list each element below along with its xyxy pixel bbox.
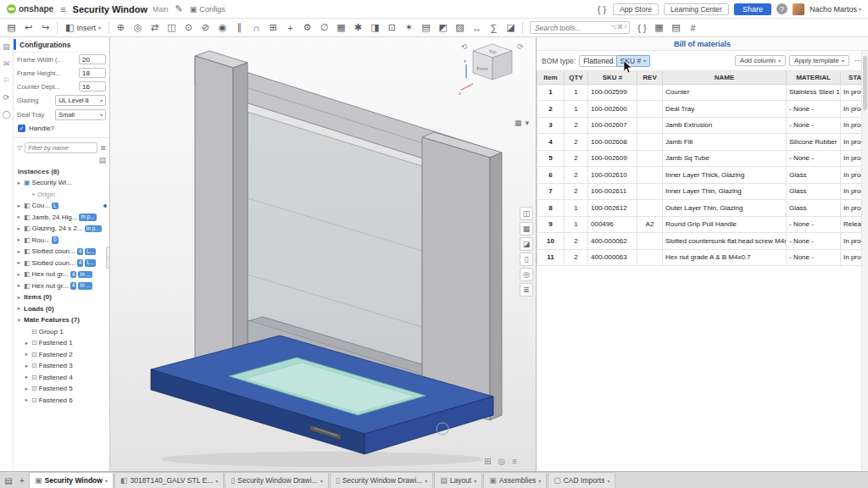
bom-row[interactable]: 52100-002609Jamb Sq Tube- None -In progr… — [537, 150, 868, 167]
learning-center-button[interactable]: Learning Center — [664, 3, 729, 15]
app-grid-icon[interactable]: ▦ — [651, 20, 667, 36]
filter-input[interactable] — [25, 142, 97, 153]
tangent-mate-icon[interactable]: ∩ — [248, 20, 264, 36]
section-tool-icon[interactable]: ◪ — [520, 237, 533, 251]
tab-assemblies[interactable]: ▣Assemblies▾ — [483, 472, 547, 488]
tab-cad-imports[interactable]: ▢CAD Imports▾ — [548, 472, 615, 488]
tree-caret-icon[interactable]: ▸ — [16, 236, 22, 243]
bom-row[interactable]: 42100-002608Jamb FillSilicone RubberIn p… — [537, 134, 868, 151]
fastened-mate-icon[interactable]: ⊕ — [113, 20, 129, 36]
chevron-down-icon[interactable]: ▾ — [525, 119, 529, 127]
tree-caret-icon[interactable]: ▸ — [16, 305, 22, 312]
exploded-view-icon[interactable]: ✶ — [401, 20, 417, 36]
section-view-icon[interactable]: ◪ — [503, 20, 519, 36]
measure-icon[interactable]: ↔ — [469, 20, 485, 36]
list-view-icon[interactable]: ≣ — [100, 144, 106, 152]
view-grid-icon[interactable]: ▦ — [515, 119, 522, 127]
bom-scrollbar-thumb[interactable] — [863, 56, 867, 110]
tree-item-fastened-6[interactable]: ▸⊡Fastened 6 — [14, 395, 109, 407]
gear-relation-icon[interactable]: ⚙ — [299, 20, 315, 36]
tree-caret-icon[interactable]: ▸ — [16, 225, 22, 232]
tree-item-hex-nut-gr[interactable]: ▸◧Hex nut gr...4In ... — [14, 269, 109, 280]
comment-icon[interactable]: ✉ — [3, 59, 10, 68]
linear-pattern-icon[interactable]: ▦ — [333, 20, 349, 36]
bom-header-qty[interactable]: QTY — [565, 71, 588, 84]
user-menu[interactable]: Nacho Martos ▾ — [810, 5, 861, 14]
group-mate-icon[interactable]: ⊞ — [265, 20, 281, 36]
bom-row[interactable]: 32100-002607Jamb Extrusion- None -In pro… — [537, 117, 868, 134]
tree-item-fastened-1[interactable]: ▸⊡Fastened 1 — [14, 337, 109, 349]
tab-security-window[interactable]: ▣Security Window▾ — [29, 472, 114, 488]
app-store-button[interactable]: App Store — [613, 3, 659, 15]
onshape-logo[interactable]: onshape — [7, 4, 53, 14]
tree-item-slotted-coun[interactable]: ▸◧Slotted coun...4L... — [14, 258, 109, 269]
named-positions-icon[interactable]: ▤ — [418, 20, 434, 36]
menu-icon[interactable]: ≡ — [58, 4, 67, 14]
tree-caret-icon[interactable]: ▸ — [16, 271, 22, 278]
bom-row[interactable]: 21100-002600Deal Tray- None -In progress — [537, 101, 868, 118]
tab-manager-icon[interactable]: ▤ — [2, 473, 15, 488]
parallel-mate-icon[interactable]: ∥ — [231, 20, 248, 36]
bom-row[interactable]: 102400-000062Slotted countersunk flat he… — [537, 233, 868, 250]
add-tab-icon[interactable]: + — [15, 473, 29, 488]
tree-item-loads-0[interactable]: ▸Loads (0) — [14, 303, 109, 315]
configs-link[interactable]: ▣ Configs — [190, 5, 225, 14]
revolute-mate-icon[interactable]: ◎ — [130, 20, 146, 36]
planar-mate-icon[interactable]: ◫ — [164, 20, 180, 36]
tab-security-window-drawi[interactable]: ▯Security Window Drawi...▾ — [225, 472, 328, 488]
tree-caret-icon[interactable]: ▸ — [24, 374, 30, 380]
insert-button[interactable]: ◧ Insert ▾ — [61, 21, 105, 34]
bom-row[interactable]: 81100-002612Outer Layer Thin, GlazingGla… — [537, 200, 868, 217]
edit-icon[interactable]: ✎ — [174, 3, 185, 14]
versions-icon[interactable]: ⟳ — [3, 93, 10, 102]
tree-item-fastened-5[interactable]: ▸⊡Fastened 5 — [14, 383, 109, 395]
tree-caret-icon[interactable]: ▸ — [16, 282, 22, 289]
help-icon[interactable]: ? — [776, 3, 787, 14]
tab-security-window-drawi[interactable]: ▯Security Window Drawi...▾ — [330, 472, 433, 488]
pin-slot-mate-icon[interactable]: ⊘ — [198, 20, 214, 36]
tree-item-slotted-coun[interactable]: ▸◧Slotted coun...4L... — [14, 246, 109, 258]
bom-row[interactable]: 11100-002599CounterStainless Steel 17-4I… — [537, 84, 868, 101]
bom-scrollbar[interactable] — [861, 51, 868, 471]
mass-properties-icon[interactable]: ∑ — [486, 20, 502, 36]
tree-caret-icon[interactable]: ▸ — [24, 385, 30, 392]
orbit-icon[interactable]: ◎ — [498, 457, 505, 466]
screw-relation-icon[interactable]: ∅ — [316, 20, 332, 36]
view-cube[interactable]: ⟲ ⟳ Top Front x z — [454, 37, 531, 118]
snapshot-icon[interactable]: ⊡ — [384, 20, 400, 36]
tree-caret-icon[interactable]: ▾ — [16, 317, 22, 324]
featurescript-icon[interactable]: { } — [596, 4, 608, 14]
config-dropdown[interactable]: Small▾ — [55, 109, 106, 120]
tree-item-fastened-2[interactable]: ▸⊡Fastened 2 — [14, 349, 109, 361]
bom-type-select[interactable]: Flattened — [579, 55, 617, 67]
view-options-icon[interactable]: ◫ — [520, 207, 533, 220]
tree-caret-icon[interactable]: ▸ — [24, 340, 30, 347]
tree-item-hex-nut-gr[interactable]: ▸◧Hex nut gr...4In ... — [14, 280, 109, 292]
configurations-header[interactable]: Configurations — [14, 37, 109, 53]
sku-column-chip[interactable]: SKU # ▾ — [616, 55, 651, 67]
apply-template-button[interactable]: Apply template ▾ — [789, 55, 849, 66]
history-icon[interactable]: ◯ — [2, 110, 10, 119]
mate-connector-icon[interactable]: + — [282, 20, 298, 36]
config-dropdown[interactable]: UL Level 8▾ — [55, 95, 106, 106]
bom-row[interactable]: 62100-002610Inner Layer Thick, GlazingGl… — [537, 167, 868, 184]
expand-collapse-icon[interactable]: ▤ — [98, 156, 106, 164]
branch-label[interactable]: Main — [153, 5, 168, 14]
tree-item-glazing-24-x-2[interactable]: ▸◧Glazing, 24 x 2...In p... — [14, 223, 109, 235]
bom-list-icon[interactable]: ≣ — [520, 283, 533, 297]
tree-caret-icon[interactable]: ▸ — [16, 202, 22, 209]
render-mode-icon[interactable]: ▦ — [520, 222, 533, 236]
add-column-button[interactable]: Add column ▾ — [735, 55, 786, 66]
tree-item-rou[interactable]: ▸◧Rou...0 — [14, 235, 109, 247]
tree-item-fastened-3[interactable]: ▸⊡Fastened 3 — [14, 360, 109, 372]
tree-item-items-0[interactable]: ▸Items (0) — [14, 291, 109, 303]
tree-item-security-wi[interactable]: ▸▣Security Wi... — [14, 177, 109, 189]
tree-item-origin[interactable]: +Origin — [14, 189, 109, 201]
handle-checkbox[interactable]: ✓ — [18, 125, 25, 132]
bom-header-material[interactable]: MATERIAL — [787, 71, 841, 84]
feature-script-icon[interactable]: { } — [634, 20, 650, 36]
filter-icon[interactable]: ▽ — [17, 144, 22, 152]
parts-panel-icon[interactable]: ▤ — [668, 20, 684, 36]
bom-header-name[interactable]: NAME — [663, 71, 787, 84]
tab-3018t140-galv-stl-e[interactable]: ◧3018T140_GALV STL E...▾ — [114, 472, 224, 488]
